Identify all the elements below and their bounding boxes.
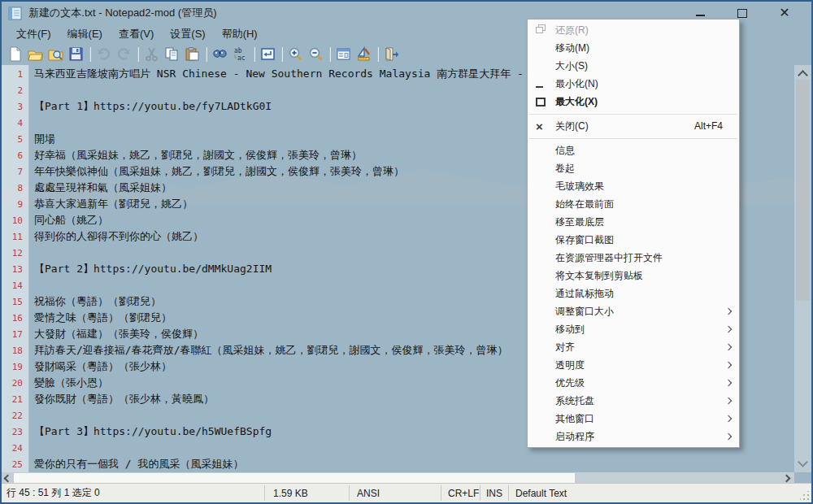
line-text: 開場 (29, 132, 55, 146)
context-menu-item[interactable]: 关闭(C) Alt+F4 (528, 117, 739, 135)
horizontal-scrollbar[interactable] (2, 472, 794, 484)
menu-item-label: 卷起 (555, 162, 723, 176)
encoding-indicator[interactable]: ANSI (357, 484, 380, 502)
paste-button[interactable] (182, 45, 202, 64)
redo-button[interactable] (114, 45, 134, 64)
menu-item-label: 关闭(C) (555, 119, 694, 133)
context-menu-item[interactable]: 卷起 (528, 159, 739, 177)
vertical-scrollbar[interactable] (794, 65, 811, 472)
zoom-in-button[interactable] (285, 45, 306, 64)
menu-item-label: 大小(S) (555, 59, 723, 73)
editor-line: 25 愛你的只有一個我 / 我的風采（風采姐妹） (2, 456, 794, 472)
context-menu-item[interactable]: 系统托盘 (528, 392, 739, 410)
line-number: 10 (2, 215, 29, 226)
line-number: 6 (2, 150, 29, 161)
insert-mode-indicator[interactable]: INS (486, 484, 502, 502)
scroll-up-icon[interactable] (798, 70, 808, 80)
context-menu-item[interactable]: 优先级 (528, 374, 739, 392)
open-file-button[interactable] (25, 45, 46, 64)
line-number: 16 (2, 313, 29, 324)
line-number: 8 (2, 183, 29, 193)
exit-button[interactable] (381, 45, 402, 64)
context-menu-item[interactable]: 始终在最前面 (528, 195, 739, 213)
horizontal-scroll-thumb[interactable] (14, 473, 575, 483)
context-menu-item[interactable]: 在资源管理器中打开文件 (528, 249, 739, 267)
line-number: 22 (2, 411, 29, 421)
context-menu-item[interactable]: 移动到 (528, 320, 739, 338)
context-menu-item[interactable]: 其他窗口 (528, 410, 739, 428)
find-button[interactable] (210, 45, 230, 64)
context-menu-item[interactable]: 还原(R) (528, 21, 739, 39)
context-menu-item[interactable]: 信息 (528, 141, 739, 159)
menu-item-label: 保存窗口截图 (555, 233, 723, 247)
line-text: 處處呈現祥和氣（風采姐妹） (29, 180, 172, 195)
replace-button[interactable]: abac (230, 45, 250, 64)
context-menu-item[interactable]: 毛玻璃效果 (528, 177, 739, 195)
menu-item-label: 将文本复制到剪贴板 (555, 269, 723, 283)
close-button[interactable]: ✕ (774, 5, 795, 21)
notepad-icon (8, 7, 22, 20)
line-number: 13 (2, 264, 29, 275)
vertical-scroll-thumb[interactable] (796, 80, 810, 301)
context-menu-item[interactable]: 大小(S) (528, 57, 739, 75)
line-number: 18 (2, 345, 29, 356)
browse-files-button[interactable] (46, 45, 66, 64)
context-menu-item[interactable] (528, 111, 739, 117)
context-menu-item[interactable] (528, 135, 739, 141)
context-menu-item[interactable]: 启动程序 (528, 428, 739, 445)
scheme-indicator[interactable]: Default Text (515, 484, 567, 502)
system-context-menu: 还原(R) 移动(M) 大小(S) 最小化(N) (527, 19, 740, 448)
context-menu-item[interactable]: 通过鼠标拖动 (528, 285, 739, 302)
status-separator (349, 485, 350, 501)
customize-schemes-button[interactable] (354, 45, 374, 64)
toolbar-separator (254, 47, 254, 62)
menu-bar-item[interactable]: 设置(S) (162, 25, 213, 43)
line-number: 25 (2, 459, 29, 470)
context-menu-item[interactable]: 调整窗口大小 (528, 302, 739, 320)
menu-item-label: 启动程序 (555, 430, 715, 444)
line-text: 愛你的只有一個我 / 我的風采（風采姐妹） (29, 457, 243, 471)
menu-bar-item[interactable]: 编辑(E) (59, 25, 111, 43)
context-menu-item[interactable]: 保存窗口截图 (528, 231, 739, 249)
cut-button[interactable] (141, 45, 162, 64)
line-number: 15 (2, 297, 29, 307)
line-number: 14 (2, 280, 29, 291)
save-file-button[interactable] (66, 45, 86, 64)
svg-text:ac: ac (237, 54, 246, 62)
context-menu-item[interactable]: 最大化(X) (528, 93, 739, 111)
status-separator (264, 485, 265, 501)
line-text: 恭喜大家過新年（劉珺兒，姚乙） (29, 197, 193, 211)
context-menu-item[interactable]: 对齐 (528, 338, 739, 356)
line-number: 17 (2, 329, 29, 340)
menu-bar-item[interactable]: 查看(V) (111, 25, 162, 43)
status-bar: 行 45 : 51 列 1 选定 0 1.59 KB ANSI CR+LF IN… (2, 483, 811, 502)
menu-item-label: 系统托盘 (555, 394, 715, 408)
scroll-right-icon[interactable] (783, 475, 791, 483)
copy-button[interactable] (162, 45, 182, 64)
line-text: 祝福你（粵語）（劉珺兒） (29, 294, 161, 309)
context-menu-item[interactable]: 移至最底层 (528, 213, 739, 231)
resize-grip[interactable] (800, 491, 810, 501)
new-file-button[interactable] (5, 45, 25, 64)
menu-bar-item[interactable]: 文件(F) (8, 25, 59, 43)
view-schemes-button[interactable] (333, 45, 354, 64)
scroll-left-icon[interactable] (4, 475, 12, 483)
menu-bar-item[interactable]: 帮助(H) (214, 25, 266, 43)
toolbar-separator (89, 47, 90, 62)
line-text: 發財喝采（粵語）（張少林） (29, 359, 172, 374)
eol-indicator[interactable]: CR+LF (448, 484, 479, 502)
context-menu-item[interactable]: 透明度 (528, 356, 739, 374)
toolbar-separator (329, 47, 330, 62)
word-wrap-button[interactable] (258, 45, 278, 64)
zoom-out-button[interactable] (306, 45, 326, 64)
context-menu-item[interactable]: 最小化(N) (528, 75, 739, 93)
undo-button[interactable] (93, 45, 114, 64)
context-menu-item[interactable]: 将文本复制到剪贴板 (528, 267, 739, 285)
menu-item-label: 其他窗口 (555, 412, 715, 426)
toolbar-separator (281, 47, 282, 62)
status-separator (508, 485, 509, 501)
scroll-down-icon[interactable] (798, 457, 808, 467)
submenu-arrow-icon (725, 344, 732, 350)
menu-item-label: 通过鼠标拖动 (555, 287, 723, 301)
context-menu-item[interactable]: 移动(M) (528, 39, 739, 57)
